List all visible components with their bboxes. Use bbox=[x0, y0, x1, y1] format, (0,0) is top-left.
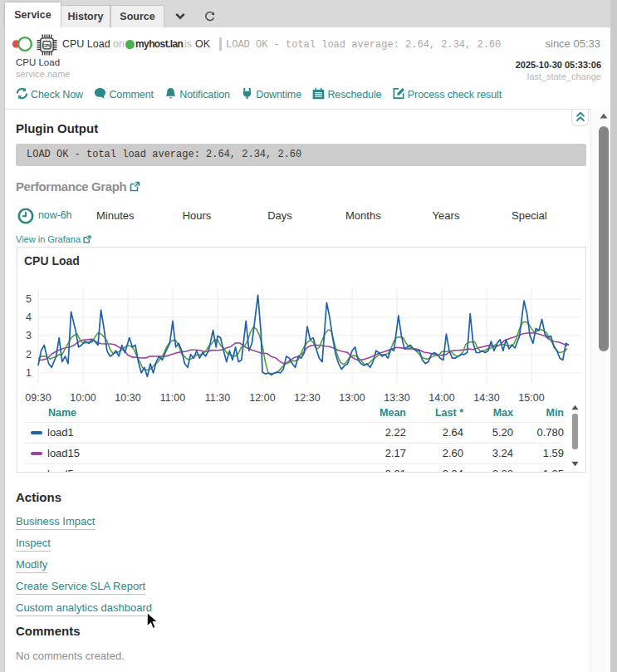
svg-text:14:30: 14:30 bbox=[473, 392, 499, 404]
svg-text:4: 4 bbox=[26, 311, 32, 323]
svg-text:5: 5 bbox=[26, 293, 32, 305]
svg-text:12:00: 12:00 bbox=[249, 392, 275, 404]
svg-text:11:30: 11:30 bbox=[205, 392, 230, 404]
svg-text:14:00: 14:00 bbox=[428, 392, 454, 404]
svg-text:13:00: 13:00 bbox=[339, 392, 365, 404]
svg-text:3: 3 bbox=[26, 330, 32, 341]
svg-text:10:30: 10:30 bbox=[115, 392, 140, 404]
svg-text:1: 1 bbox=[26, 367, 32, 379]
svg-text:11:00: 11:00 bbox=[160, 392, 185, 404]
svg-text:CPU: CPU bbox=[42, 43, 52, 48]
svg-text:12:30: 12:30 bbox=[294, 392, 320, 404]
svg-text:2: 2 bbox=[26, 349, 32, 361]
svg-text:10:00: 10:00 bbox=[70, 392, 95, 404]
svg-text:09:30: 09:30 bbox=[25, 392, 51, 404]
svg-text:15:00: 15:00 bbox=[518, 392, 544, 404]
svg-text:13:30: 13:30 bbox=[384, 392, 409, 404]
